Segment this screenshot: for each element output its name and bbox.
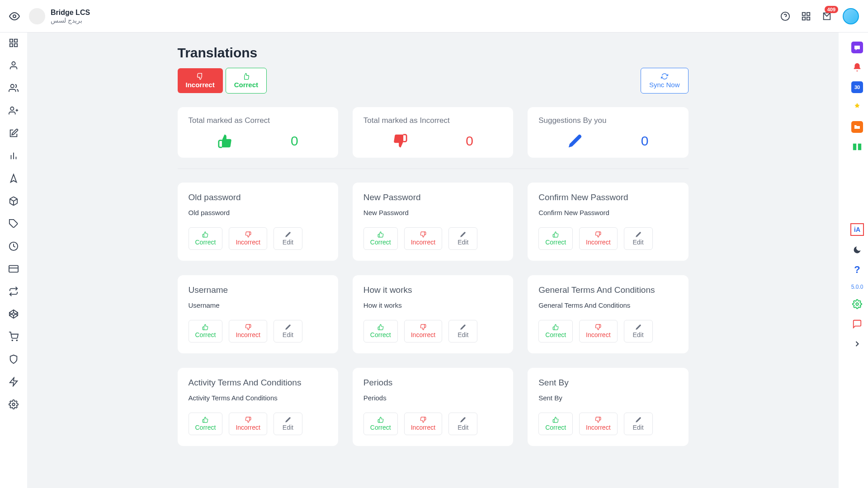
svg-rect-10 xyxy=(14,44,17,47)
edit-button[interactable]: Edit xyxy=(624,227,653,250)
thumb-down-icon xyxy=(420,417,426,423)
badge-icon[interactable] xyxy=(851,101,863,113)
edit-button[interactable]: Edit xyxy=(624,320,653,343)
correct-button[interactable]: Correct xyxy=(189,227,223,250)
edit-button[interactable]: Edit xyxy=(624,413,653,435)
pencil-icon xyxy=(635,324,642,330)
apps-icon[interactable] xyxy=(801,11,811,21)
pencil-icon xyxy=(460,417,466,423)
incorrect-button[interactable]: Incorrect xyxy=(404,320,442,343)
translation-card: Activity Terms And Conditions Activity T… xyxy=(178,368,338,446)
chart-icon[interactable] xyxy=(9,151,19,161)
correct-button[interactable]: Correct xyxy=(538,413,573,435)
shield-icon[interactable] xyxy=(9,354,19,364)
language-toggle[interactable]: iA xyxy=(850,223,864,236)
pencil-icon xyxy=(635,231,642,238)
thumb-down-icon xyxy=(595,417,601,423)
edit-button[interactable]: Edit xyxy=(274,320,302,343)
inbox-icon[interactable]: 409 xyxy=(822,11,832,21)
filter-incorrect-button[interactable]: Incorrect xyxy=(178,68,223,93)
svg-rect-5 xyxy=(802,17,805,19)
incorrect-button[interactable]: Incorrect xyxy=(229,413,267,435)
book-icon[interactable] xyxy=(851,141,863,153)
notification-bell-icon[interactable] xyxy=(851,61,863,73)
correct-button[interactable]: Correct xyxy=(189,413,223,435)
card-title: New Password xyxy=(363,192,502,202)
correct-button[interactable]: Correct xyxy=(363,227,398,250)
correct-button[interactable]: Correct xyxy=(538,227,573,250)
edit-button[interactable]: Edit xyxy=(448,413,477,435)
translation-card: Periods Periods Correct Incorrect Edit xyxy=(353,368,513,446)
card-icon[interactable] xyxy=(9,264,19,274)
dashboard-icon[interactable] xyxy=(9,38,19,48)
expand-icon[interactable] xyxy=(851,338,863,350)
card-title: Username xyxy=(189,285,327,295)
add-user-icon[interactable] xyxy=(9,106,19,116)
tag-icon[interactable] xyxy=(9,219,19,229)
gear-icon[interactable] xyxy=(851,298,863,310)
chat-icon[interactable] xyxy=(851,318,863,330)
preview-icon[interactable] xyxy=(9,11,20,22)
folder-icon[interactable] xyxy=(851,121,863,133)
svg-rect-23 xyxy=(9,266,18,272)
thumb-down-icon xyxy=(245,324,251,330)
correct-button[interactable]: Correct xyxy=(363,320,398,343)
codepen-icon[interactable] xyxy=(9,309,19,319)
cart-icon[interactable] xyxy=(9,332,19,342)
card-title: General Terms And Conditions xyxy=(538,285,677,295)
thumb-down-icon xyxy=(245,417,251,423)
card-title: Periods xyxy=(363,378,502,388)
correct-button[interactable]: Correct xyxy=(538,320,573,343)
brand[interactable]: Bridge LCS بريدج لسس xyxy=(29,8,90,24)
settings-icon[interactable] xyxy=(9,399,19,409)
refresh-icon[interactable] xyxy=(9,286,19,296)
translation-card: How it works How it works Correct Incorr… xyxy=(353,275,513,353)
incorrect-button[interactable]: Incorrect xyxy=(579,227,617,250)
divider xyxy=(178,169,689,169)
card-subtitle: How it works xyxy=(363,301,502,309)
page-title: Translations xyxy=(178,45,689,61)
thumb-up-icon xyxy=(202,324,208,330)
help-icon[interactable] xyxy=(780,11,790,21)
help-question-icon[interactable]: ? xyxy=(851,264,863,276)
incorrect-button[interactable]: Incorrect xyxy=(229,320,267,343)
edit-button[interactable]: Edit xyxy=(274,227,302,250)
svg-point-28 xyxy=(12,340,13,341)
svg-rect-3 xyxy=(802,12,805,15)
avatar[interactable] xyxy=(843,8,859,24)
navigation-icon[interactable] xyxy=(9,174,19,183)
incorrect-button[interactable]: Incorrect xyxy=(404,413,442,435)
sync-now-button[interactable]: Sync Now xyxy=(641,68,689,94)
incorrect-button[interactable]: Incorrect xyxy=(579,320,617,343)
edit-button[interactable]: Edit xyxy=(448,227,477,250)
edit-button[interactable]: Edit xyxy=(448,320,477,343)
edit-button[interactable]: Edit xyxy=(274,413,302,435)
zap-icon[interactable] xyxy=(9,377,19,387)
stat-value: 0 xyxy=(641,133,649,149)
brand-subtitle: بريدج لسس xyxy=(51,17,90,24)
card-subtitle: New Password xyxy=(363,209,502,216)
notification-badge: 409 xyxy=(825,6,838,13)
package-icon[interactable] xyxy=(9,196,19,206)
users-icon[interactable] xyxy=(9,83,19,93)
incorrect-button[interactable]: Incorrect xyxy=(579,413,617,435)
user-icon[interactable] xyxy=(9,61,19,70)
filter-correct-button[interactable]: Correct xyxy=(226,68,267,94)
pencil-icon xyxy=(460,324,466,330)
thumb-down-icon xyxy=(197,73,204,80)
dark-mode-toggle[interactable] xyxy=(851,244,863,256)
card-title: Sent By xyxy=(538,378,677,388)
calendar-icon[interactable]: 30 xyxy=(851,81,863,93)
edit-icon[interactable] xyxy=(9,128,19,138)
correct-button[interactable]: Correct xyxy=(189,320,223,343)
svg-point-13 xyxy=(10,107,14,110)
correct-button[interactable]: Correct xyxy=(363,413,398,435)
thumb-up-icon xyxy=(217,133,233,149)
incorrect-button[interactable]: Incorrect xyxy=(404,227,442,250)
incorrect-button[interactable]: Incorrect xyxy=(229,227,267,250)
clock-icon[interactable] xyxy=(9,241,19,251)
translation-card: Sent By Sent By Correct Incorrect Edit xyxy=(528,368,688,446)
svg-point-11 xyxy=(12,62,15,65)
card-subtitle: Periods xyxy=(363,394,502,402)
feedback-icon[interactable] xyxy=(851,42,863,53)
